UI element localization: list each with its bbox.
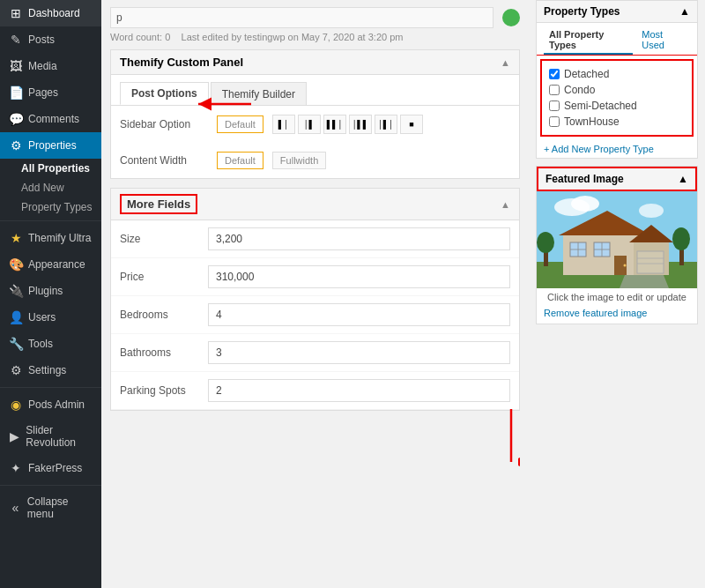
- pt-tab-most-used[interactable]: Most Used: [636, 26, 690, 55]
- featured-image-header: Featured Image ▲: [537, 167, 697, 191]
- sidebar-sub-all-properties[interactable]: All Properties: [0, 159, 101, 178]
- layout-btn-1[interactable]: ▌│: [272, 115, 295, 134]
- field-input-parking[interactable]: [208, 379, 510, 402]
- themify-panel: Themify Custom Panel ▲ Post Options Them…: [110, 49, 520, 179]
- layout-btn-2[interactable]: │▌: [298, 115, 321, 134]
- pods-icon: ◉: [9, 398, 23, 412]
- themify-tabs: Post Options Themify Builder: [111, 75, 519, 106]
- sidebar-item-properties[interactable]: ⚙ Properties: [0, 132, 101, 159]
- sidebar-item-faker[interactable]: ✦ FakerPress: [0, 455, 101, 481]
- property-types-tabs: All Property Types Most Used: [537, 23, 697, 56]
- featured-image-collapse[interactable]: ▲: [678, 173, 688, 185]
- svg-point-27: [672, 227, 690, 250]
- themify-panel-header: Themify Custom Panel ▲: [111, 50, 519, 75]
- field-input-bedrooms[interactable]: [208, 303, 510, 326]
- svg-point-20: [624, 264, 627, 267]
- svg-rect-21: [637, 251, 664, 273]
- featured-image-preview[interactable]: [537, 191, 697, 288]
- sidebar-item-tools[interactable]: 🔧 Tools: [0, 331, 101, 357]
- edit-info: Word count: 0 Last edited by testingwp o…: [110, 32, 520, 42]
- field-row-parking: Parking Spots: [111, 372, 519, 410]
- sidebar-item-media[interactable]: 🖼 Media: [0, 53, 101, 79]
- more-fields-collapse[interactable]: ▲: [501, 199, 510, 210]
- property-types-box: Property Types ▲ All Property Types Most…: [536, 0, 698, 159]
- pt-option-condo: Condo: [549, 82, 685, 98]
- svg-marker-28: [620, 275, 669, 288]
- pt-option-semi-detached: Semi-Detached: [549, 98, 685, 114]
- pt-option-townhouse: TownHouse: [549, 114, 685, 130]
- themify-icon: ★: [9, 231, 23, 245]
- property-types-body: Detached Condo Semi-Detached TownHouse: [540, 59, 694, 137]
- field-row-size: Size: [111, 220, 519, 258]
- remove-featured-image-link[interactable]: Remove featured image: [537, 306, 697, 324]
- sidebar-item-comments[interactable]: 💬 Comments: [0, 106, 101, 132]
- pt-option-detached: Detached: [549, 66, 685, 82]
- tab-post-options[interactable]: Post Options: [120, 82, 209, 105]
- sidebar-item-posts[interactable]: ✎ Posts: [0, 26, 101, 53]
- sidebar-option-row: Sidebar Option Default ▌│ │▌ ▌▌│ │▌▌ │▌│…: [111, 106, 519, 143]
- svg-point-6: [571, 196, 599, 212]
- sidebar-item-slider[interactable]: ▶ Slider Revolution: [0, 418, 101, 455]
- property-types-collapse[interactable]: ▲: [679, 5, 690, 18]
- sidebar-item-themify[interactable]: ★ Themify Ultra: [0, 225, 101, 251]
- appearance-icon: 🎨: [9, 257, 23, 272]
- green-status-icon: [502, 9, 520, 26]
- field-input-size[interactable]: [208, 227, 510, 250]
- sidebar-item-users[interactable]: 👤 Users: [0, 304, 101, 331]
- layout-btn-3[interactable]: ▌▌│: [323, 115, 346, 134]
- pt-checkbox-townhouse[interactable]: [549, 116, 560, 127]
- content-width-row: Content Width Default Fullwidth: [111, 143, 519, 178]
- more-fields-header: More Fields ▲: [111, 189, 519, 220]
- tab-themify-builder[interactable]: Themify Builder: [211, 82, 307, 105]
- sidebar-item-plugins[interactable]: 🔌 Plugins: [0, 278, 101, 304]
- sidebar-item-pods[interactable]: ◉ Pods Admin: [0, 391, 101, 418]
- featured-image-caption: Click the image to edit or update: [537, 288, 697, 306]
- pt-tab-all[interactable]: All Property Types: [544, 26, 633, 55]
- field-row-bedrooms: Bedrooms: [111, 296, 519, 334]
- comments-icon: 💬: [9, 112, 23, 126]
- sidebar-item-dashboard[interactable]: ⊞ Dashboard: [0, 0, 101, 26]
- sidebar-item-appearance[interactable]: 🎨 Appearance: [0, 251, 101, 278]
- content-area: Word count: 0 Last edited by testingwp o…: [101, 0, 705, 588]
- pages-icon: 📄: [9, 86, 23, 100]
- slider-icon: ▶: [9, 429, 20, 443]
- field-row-bathrooms: Bathrooms: [111, 334, 519, 372]
- sidebar-sub-property-types[interactable]: Property Types: [0, 197, 101, 217]
- layout-btn-6[interactable]: ■: [400, 115, 423, 134]
- center-column: Word count: 0 Last edited by testingwp o…: [101, 0, 529, 588]
- themify-panel-collapse[interactable]: ▲: [501, 57, 510, 68]
- field-row-price: Price: [111, 258, 519, 296]
- field-input-price[interactable]: [208, 265, 510, 288]
- main-content: Word count: 0 Last edited by testingwp o…: [101, 0, 705, 588]
- settings-icon: ⚙: [9, 363, 23, 377]
- sidebar-item-settings[interactable]: ⚙ Settings: [0, 357, 101, 383]
- layout-btn-4[interactable]: │▌▌: [349, 115, 372, 134]
- layout-buttons: ▌│ │▌ ▌▌│ │▌▌ │▌│ ■: [272, 115, 423, 134]
- collapse-icon: «: [9, 501, 22, 515]
- sidebar-sub-add-new[interactable]: Add New: [0, 178, 101, 197]
- house-svg: [537, 191, 697, 288]
- featured-image-box: Featured Image ▲: [536, 166, 698, 324]
- posts-icon: ✎: [9, 33, 23, 47]
- properties-icon: ⚙: [9, 138, 23, 153]
- more-fields-panel: More Fields ▲ Size Price Bedrooms Bathro…: [110, 188, 520, 411]
- sidebar-item-collapse[interactable]: « Collapse menu: [0, 489, 101, 526]
- pt-checkbox-condo[interactable]: [549, 85, 560, 95]
- svg-point-25: [537, 232, 554, 253]
- right-sidebar: Property Types ▲ All Property Types Most…: [529, 0, 705, 588]
- layout-btn-5[interactable]: │▌│: [375, 115, 397, 134]
- sidebar-item-pages[interactable]: 📄 Pages: [0, 79, 101, 106]
- content-fullwidth-btn[interactable]: Fullwidth: [272, 152, 326, 169]
- sidebar-default-btn[interactable]: Default: [217, 115, 263, 133]
- field-input-bathrooms[interactable]: [208, 341, 510, 364]
- more-fields-title: More Fields: [120, 194, 197, 214]
- faker-icon: ✦: [9, 461, 23, 475]
- add-property-type-link[interactable]: + Add New Property Type: [537, 140, 697, 158]
- tools-icon: 🔧: [9, 337, 23, 351]
- content-default-btn[interactable]: Default: [217, 152, 263, 169]
- users-icon: 👤: [9, 310, 23, 324]
- property-types-header: Property Types ▲: [537, 1, 697, 23]
- post-title-input[interactable]: [110, 7, 494, 28]
- pt-checkbox-detached[interactable]: [549, 69, 560, 79]
- pt-checkbox-semi-detached[interactable]: [549, 100, 560, 111]
